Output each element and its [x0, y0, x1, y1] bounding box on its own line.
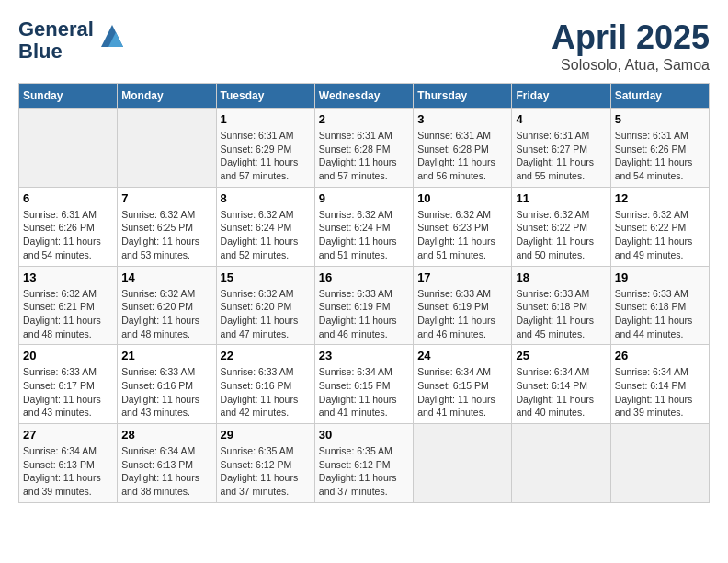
day-info: Sunrise: 6:32 AM Sunset: 6:25 PM Dayligh…	[121, 208, 211, 262]
day-info: Sunrise: 6:31 AM Sunset: 6:26 PM Dayligh…	[615, 129, 705, 183]
day-number: 29	[221, 428, 311, 442]
day-number: 20	[23, 349, 113, 362]
day-number: 11	[516, 191, 606, 205]
calendar-cell: 20Sunrise: 6:33 AM Sunset: 6:17 PM Dayli…	[19, 345, 118, 424]
calendar-week-row: 6Sunrise: 6:31 AM Sunset: 6:26 PM Daylig…	[19, 187, 710, 266]
day-info: Sunrise: 6:35 AM Sunset: 6:12 PM Dayligh…	[319, 444, 409, 499]
logo-icon	[97, 21, 127, 51]
day-number: 14	[121, 270, 211, 284]
day-number: 15	[221, 270, 311, 284]
weekday-header: Friday	[512, 84, 610, 109]
day-number: 22	[221, 349, 311, 362]
calendar-cell: 27Sunrise: 6:34 AM Sunset: 6:13 PM Dayli…	[19, 424, 118, 503]
day-number: 13	[23, 270, 113, 284]
day-number: 4	[516, 112, 606, 126]
page-subtitle: Solosolo, Atua, Samoa	[552, 57, 710, 74]
calendar-body: 1Sunrise: 6:31 AM Sunset: 6:29 PM Daylig…	[19, 109, 710, 503]
logo-text: GeneralBlue	[18, 18, 94, 63]
weekday-header: Monday	[118, 84, 216, 109]
day-info: Sunrise: 6:34 AM Sunset: 6:15 PM Dayligh…	[319, 365, 409, 419]
calendar-cell: 15Sunrise: 6:32 AM Sunset: 6:20 PM Dayli…	[216, 266, 314, 345]
calendar-cell: 17Sunrise: 6:33 AM Sunset: 6:19 PM Dayli…	[414, 266, 512, 345]
logo: GeneralBlue	[18, 18, 127, 63]
day-number: 2	[319, 112, 409, 126]
calendar-cell: 29Sunrise: 6:35 AM Sunset: 6:12 PM Dayli…	[216, 424, 314, 503]
calendar-cell: 16Sunrise: 6:33 AM Sunset: 6:19 PM Dayli…	[314, 266, 413, 345]
calendar-cell: 8Sunrise: 6:32 AM Sunset: 6:24 PM Daylig…	[216, 187, 314, 266]
day-number: 30	[319, 428, 409, 442]
day-info: Sunrise: 6:32 AM Sunset: 6:20 PM Dayligh…	[121, 287, 211, 341]
calendar-cell: 18Sunrise: 6:33 AM Sunset: 6:18 PM Dayli…	[512, 266, 610, 345]
day-info: Sunrise: 6:32 AM Sunset: 6:22 PM Dayligh…	[615, 208, 705, 262]
calendar-cell	[414, 424, 512, 503]
calendar-cell: 19Sunrise: 6:33 AM Sunset: 6:18 PM Dayli…	[610, 266, 709, 345]
day-info: Sunrise: 6:33 AM Sunset: 6:19 PM Dayligh…	[417, 287, 507, 341]
calendar-week-row: 1Sunrise: 6:31 AM Sunset: 6:29 PM Daylig…	[19, 109, 710, 188]
calendar-cell	[19, 109, 118, 188]
day-info: Sunrise: 6:32 AM Sunset: 6:23 PM Dayligh…	[417, 208, 507, 262]
day-info: Sunrise: 6:31 AM Sunset: 6:26 PM Dayligh…	[23, 208, 113, 262]
calendar-cell: 13Sunrise: 6:32 AM Sunset: 6:21 PM Dayli…	[19, 266, 118, 345]
day-info: Sunrise: 6:33 AM Sunset: 6:16 PM Dayligh…	[221, 365, 311, 419]
day-info: Sunrise: 6:34 AM Sunset: 6:14 PM Dayligh…	[615, 365, 705, 419]
title-block: April 2025 Solosolo, Atua, Samoa	[552, 18, 710, 74]
calendar-cell: 21Sunrise: 6:33 AM Sunset: 6:16 PM Dayli…	[118, 345, 216, 424]
day-info: Sunrise: 6:31 AM Sunset: 6:28 PM Dayligh…	[417, 129, 507, 183]
calendar-cell	[118, 109, 216, 188]
day-number: 12	[615, 191, 705, 205]
day-info: Sunrise: 6:31 AM Sunset: 6:28 PM Dayligh…	[319, 129, 409, 183]
calendar-cell: 23Sunrise: 6:34 AM Sunset: 6:15 PM Dayli…	[314, 345, 413, 424]
page-title: April 2025	[552, 18, 710, 57]
day-info: Sunrise: 6:34 AM Sunset: 6:13 PM Dayligh…	[121, 444, 211, 499]
calendar-cell: 1Sunrise: 6:31 AM Sunset: 6:29 PM Daylig…	[216, 109, 314, 188]
calendar-cell: 11Sunrise: 6:32 AM Sunset: 6:22 PM Dayli…	[512, 187, 610, 266]
calendar-cell: 12Sunrise: 6:32 AM Sunset: 6:22 PM Dayli…	[610, 187, 709, 266]
day-number: 6	[23, 191, 113, 205]
calendar-cell: 5Sunrise: 6:31 AM Sunset: 6:26 PM Daylig…	[610, 109, 709, 188]
day-info: Sunrise: 6:33 AM Sunset: 6:18 PM Dayligh…	[615, 287, 705, 341]
calendar-cell: 24Sunrise: 6:34 AM Sunset: 6:15 PM Dayli…	[414, 345, 512, 424]
day-info: Sunrise: 6:32 AM Sunset: 6:22 PM Dayligh…	[516, 208, 606, 262]
day-info: Sunrise: 6:32 AM Sunset: 6:24 PM Dayligh…	[319, 208, 409, 262]
day-info: Sunrise: 6:33 AM Sunset: 6:19 PM Dayligh…	[319, 287, 409, 341]
day-number: 18	[516, 270, 606, 284]
day-info: Sunrise: 6:32 AM Sunset: 6:20 PM Dayligh…	[221, 287, 311, 341]
calendar-cell: 14Sunrise: 6:32 AM Sunset: 6:20 PM Dayli…	[118, 266, 216, 345]
day-number: 23	[319, 349, 409, 362]
calendar-cell: 30Sunrise: 6:35 AM Sunset: 6:12 PM Dayli…	[314, 424, 413, 503]
calendar-cell	[512, 424, 610, 503]
day-number: 25	[516, 349, 606, 362]
calendar-cell: 6Sunrise: 6:31 AM Sunset: 6:26 PM Daylig…	[19, 187, 118, 266]
day-info: Sunrise: 6:33 AM Sunset: 6:16 PM Dayligh…	[121, 365, 211, 419]
calendar-cell: 9Sunrise: 6:32 AM Sunset: 6:24 PM Daylig…	[314, 187, 413, 266]
day-info: Sunrise: 6:32 AM Sunset: 6:21 PM Dayligh…	[23, 287, 113, 341]
day-info: Sunrise: 6:33 AM Sunset: 6:18 PM Dayligh…	[516, 287, 606, 341]
calendar-cell: 4Sunrise: 6:31 AM Sunset: 6:27 PM Daylig…	[512, 109, 610, 188]
calendar-table: SundayMondayTuesdayWednesdayThursdayFrid…	[18, 83, 710, 503]
page-header: GeneralBlue April 2025 Solosolo, Atua, S…	[18, 18, 710, 74]
day-number: 19	[615, 270, 705, 284]
weekday-header: Wednesday	[314, 84, 413, 109]
calendar-cell: 22Sunrise: 6:33 AM Sunset: 6:16 PM Dayli…	[216, 345, 314, 424]
day-info: Sunrise: 6:31 AM Sunset: 6:29 PM Dayligh…	[221, 129, 311, 183]
day-number: 10	[417, 191, 507, 205]
calendar-header-row: SundayMondayTuesdayWednesdayThursdayFrid…	[19, 84, 710, 109]
day-number: 26	[615, 349, 705, 362]
weekday-header: Thursday	[414, 84, 512, 109]
calendar-cell: 2Sunrise: 6:31 AM Sunset: 6:28 PM Daylig…	[314, 109, 413, 188]
day-info: Sunrise: 6:34 AM Sunset: 6:15 PM Dayligh…	[417, 365, 507, 419]
calendar-cell: 25Sunrise: 6:34 AM Sunset: 6:14 PM Dayli…	[512, 345, 610, 424]
day-info: Sunrise: 6:33 AM Sunset: 6:17 PM Dayligh…	[23, 365, 113, 419]
day-number: 24	[417, 349, 507, 362]
day-number: 1	[221, 112, 311, 126]
calendar-cell: 3Sunrise: 6:31 AM Sunset: 6:28 PM Daylig…	[414, 109, 512, 188]
day-number: 27	[23, 428, 113, 442]
weekday-header: Tuesday	[216, 84, 314, 109]
day-number: 21	[121, 349, 211, 362]
day-number: 5	[615, 112, 705, 126]
day-info: Sunrise: 6:31 AM Sunset: 6:27 PM Dayligh…	[516, 129, 606, 183]
day-info: Sunrise: 6:35 AM Sunset: 6:12 PM Dayligh…	[221, 444, 311, 499]
calendar-cell: 10Sunrise: 6:32 AM Sunset: 6:23 PM Dayli…	[414, 187, 512, 266]
weekday-header: Saturday	[610, 84, 709, 109]
calendar-cell: 28Sunrise: 6:34 AM Sunset: 6:13 PM Dayli…	[118, 424, 216, 503]
